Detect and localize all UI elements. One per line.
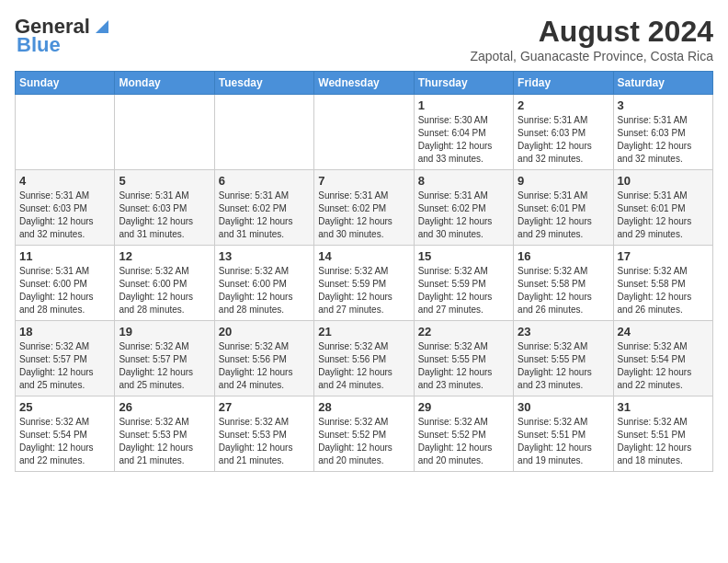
day-info: Sunrise: 5:31 AM Sunset: 6:01 PM Dayligh… (518, 190, 609, 241)
calendar-cell: 11Sunrise: 5:31 AM Sunset: 6:00 PM Dayli… (16, 246, 115, 321)
day-number: 3 (618, 98, 709, 112)
day-info: Sunrise: 5:32 AM Sunset: 5:51 PM Dayligh… (618, 416, 709, 467)
day-number: 22 (418, 325, 509, 339)
calendar-cell: 30Sunrise: 5:32 AM Sunset: 5:51 PM Dayli… (514, 396, 613, 472)
day-info: Sunrise: 5:31 AM Sunset: 6:02 PM Dayligh… (219, 190, 310, 241)
day-number: 30 (518, 400, 609, 414)
calendar-cell: 19Sunrise: 5:32 AM Sunset: 5:57 PM Dayli… (115, 321, 214, 396)
calendar-table: SundayMondayTuesdayWednesdayThursdayFrid… (15, 71, 713, 472)
main-title: August 2024 (470, 15, 713, 49)
calendar-cell: 23Sunrise: 5:32 AM Sunset: 5:55 PM Dayli… (514, 321, 613, 396)
day-info: Sunrise: 5:31 AM Sunset: 6:03 PM Dayligh… (618, 114, 709, 166)
day-info: Sunrise: 5:32 AM Sunset: 5:52 PM Dayligh… (318, 416, 409, 467)
day-info: Sunrise: 5:31 AM Sunset: 6:02 PM Dayligh… (318, 190, 409, 241)
week-row-2: 4Sunrise: 5:31 AM Sunset: 6:03 PM Daylig… (16, 170, 713, 246)
calendar-cell: 3Sunrise: 5:31 AM Sunset: 6:03 PM Daylig… (613, 95, 712, 170)
calendar-cell: 1Sunrise: 5:30 AM Sunset: 6:04 PM Daylig… (414, 95, 513, 170)
day-number: 15 (418, 249, 509, 263)
calendar-cell: 21Sunrise: 5:32 AM Sunset: 5:56 PM Dayli… (314, 321, 414, 396)
calendar-cell: 25Sunrise: 5:32 AM Sunset: 5:54 PM Dayli… (16, 396, 115, 472)
day-number: 17 (618, 249, 709, 263)
day-number: 19 (119, 325, 210, 339)
day-number: 6 (219, 174, 310, 188)
calendar-header-row: SundayMondayTuesdayWednesdayThursdayFrid… (16, 72, 713, 95)
week-row-1: 1Sunrise: 5:30 AM Sunset: 6:04 PM Daylig… (16, 95, 713, 170)
day-number: 31 (618, 400, 709, 414)
day-number: 23 (518, 325, 609, 339)
week-row-4: 18Sunrise: 5:32 AM Sunset: 5:57 PM Dayli… (16, 321, 713, 396)
day-number: 20 (219, 325, 310, 339)
calendar-cell: 7Sunrise: 5:31 AM Sunset: 6:02 PM Daylig… (314, 170, 414, 246)
day-info: Sunrise: 5:31 AM Sunset: 6:02 PM Dayligh… (418, 190, 509, 241)
day-info: Sunrise: 5:32 AM Sunset: 5:55 PM Dayligh… (518, 340, 609, 392)
day-info: Sunrise: 5:32 AM Sunset: 5:53 PM Dayligh… (219, 416, 310, 467)
header-thursday: Thursday (414, 72, 513, 95)
day-number: 1 (418, 98, 509, 112)
calendar-cell: 29Sunrise: 5:32 AM Sunset: 5:52 PM Dayli… (414, 396, 513, 472)
subtitle: Zapotal, Guanacaste Province, Costa Rica (470, 49, 713, 63)
day-info: Sunrise: 5:32 AM Sunset: 5:55 PM Dayligh… (418, 340, 509, 392)
calendar-cell: 5Sunrise: 5:31 AM Sunset: 6:03 PM Daylig… (115, 170, 214, 246)
header-friday: Friday (514, 72, 613, 95)
calendar-cell: 2Sunrise: 5:31 AM Sunset: 6:03 PM Daylig… (514, 95, 613, 170)
calendar-cell: 15Sunrise: 5:32 AM Sunset: 5:59 PM Dayli… (414, 246, 513, 321)
day-info: Sunrise: 5:32 AM Sunset: 5:54 PM Dayligh… (19, 416, 110, 467)
day-info: Sunrise: 5:31 AM Sunset: 6:00 PM Dayligh… (19, 265, 110, 316)
calendar-cell: 13Sunrise: 5:32 AM Sunset: 6:00 PM Dayli… (214, 246, 313, 321)
calendar-cell: 28Sunrise: 5:32 AM Sunset: 5:52 PM Dayli… (314, 396, 414, 472)
calendar-cell (16, 95, 115, 170)
calendar-cell: 16Sunrise: 5:32 AM Sunset: 5:58 PM Dayli… (514, 246, 613, 321)
day-number: 21 (318, 325, 409, 339)
day-info: Sunrise: 5:32 AM Sunset: 5:58 PM Dayligh… (518, 265, 609, 316)
calendar-body: 1Sunrise: 5:30 AM Sunset: 6:04 PM Daylig… (16, 95, 713, 472)
title-block: August 2024 Zapotal, Guanacaste Province… (470, 15, 713, 63)
day-number: 18 (19, 325, 110, 339)
day-number: 7 (318, 174, 409, 188)
header-wednesday: Wednesday (314, 72, 414, 95)
calendar-cell: 9Sunrise: 5:31 AM Sunset: 6:01 PM Daylig… (514, 170, 613, 246)
calendar-cell: 12Sunrise: 5:32 AM Sunset: 6:00 PM Dayli… (115, 246, 214, 321)
day-number: 14 (318, 249, 409, 263)
calendar-cell: 17Sunrise: 5:32 AM Sunset: 5:58 PM Dayli… (613, 246, 712, 321)
calendar-cell (115, 95, 214, 170)
calendar-cell: 18Sunrise: 5:32 AM Sunset: 5:57 PM Dayli… (16, 321, 115, 396)
page-header: General Blue August 2024 Zapotal, Guanac… (15, 15, 713, 63)
day-info: Sunrise: 5:32 AM Sunset: 5:53 PM Dayligh… (119, 416, 210, 467)
logo: General Blue (15, 15, 112, 57)
day-number: 29 (418, 400, 509, 414)
calendar-cell (314, 95, 414, 170)
calendar-cell: 8Sunrise: 5:31 AM Sunset: 6:02 PM Daylig… (414, 170, 513, 246)
week-row-3: 11Sunrise: 5:31 AM Sunset: 6:00 PM Dayli… (16, 246, 713, 321)
svg-marker-0 (96, 20, 108, 33)
calendar-cell: 31Sunrise: 5:32 AM Sunset: 5:51 PM Dayli… (613, 396, 712, 472)
day-number: 2 (518, 98, 609, 112)
day-number: 27 (219, 400, 310, 414)
day-info: Sunrise: 5:31 AM Sunset: 6:03 PM Dayligh… (19, 190, 110, 241)
header-tuesday: Tuesday (214, 72, 313, 95)
day-info: Sunrise: 5:32 AM Sunset: 5:59 PM Dayligh… (318, 265, 409, 316)
day-info: Sunrise: 5:32 AM Sunset: 5:58 PM Dayligh… (618, 265, 709, 316)
day-info: Sunrise: 5:32 AM Sunset: 5:57 PM Dayligh… (119, 340, 210, 392)
calendar-cell: 20Sunrise: 5:32 AM Sunset: 5:56 PM Dayli… (214, 321, 313, 396)
header-sunday: Sunday (16, 72, 115, 95)
day-number: 13 (219, 249, 310, 263)
day-number: 11 (19, 249, 110, 263)
week-row-5: 25Sunrise: 5:32 AM Sunset: 5:54 PM Dayli… (16, 396, 713, 472)
logo-blue: Blue (17, 33, 61, 57)
day-info: Sunrise: 5:32 AM Sunset: 5:57 PM Dayligh… (19, 340, 110, 392)
day-number: 4 (19, 174, 110, 188)
day-number: 16 (518, 249, 609, 263)
day-number: 9 (518, 174, 609, 188)
day-number: 24 (618, 325, 709, 339)
day-info: Sunrise: 5:32 AM Sunset: 5:52 PM Dayligh… (418, 416, 509, 467)
calendar-cell: 14Sunrise: 5:32 AM Sunset: 5:59 PM Dayli… (314, 246, 414, 321)
day-info: Sunrise: 5:32 AM Sunset: 5:54 PM Dayligh… (618, 340, 709, 392)
calendar-cell: 24Sunrise: 5:32 AM Sunset: 5:54 PM Dayli… (613, 321, 712, 396)
header-monday: Monday (115, 72, 214, 95)
day-number: 10 (618, 174, 709, 188)
day-number: 26 (119, 400, 210, 414)
calendar-cell (214, 95, 313, 170)
day-info: Sunrise: 5:32 AM Sunset: 5:56 PM Dayligh… (219, 340, 310, 392)
day-info: Sunrise: 5:32 AM Sunset: 5:59 PM Dayligh… (418, 265, 509, 316)
day-info: Sunrise: 5:30 AM Sunset: 6:04 PM Dayligh… (418, 114, 509, 166)
